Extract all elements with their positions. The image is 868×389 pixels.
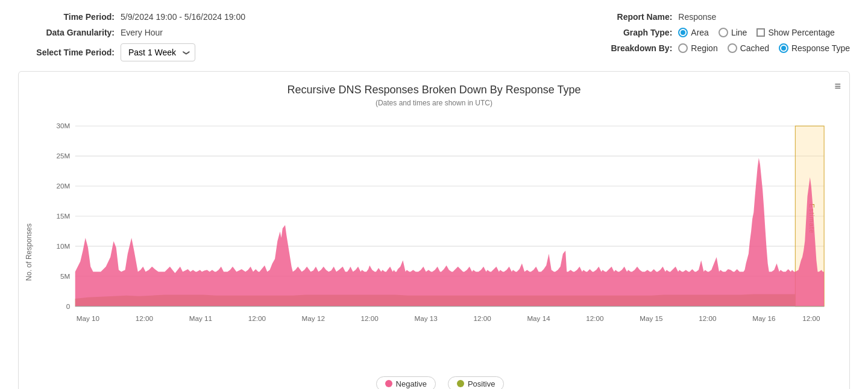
svg-text:May 14: May 14 bbox=[527, 314, 550, 322]
svg-text:12:00: 12:00 bbox=[361, 314, 379, 322]
svg-text:May 16: May 16 bbox=[752, 314, 775, 322]
chart-svg: 30M 25M 20M 15M 10M 5M 0 Estimate May 1 bbox=[37, 113, 843, 369]
svg-text:0: 0 bbox=[66, 302, 71, 310]
svg-text:12:00: 12:00 bbox=[248, 314, 266, 322]
svg-text:May 13: May 13 bbox=[414, 314, 437, 322]
chart-menu-icon[interactable]: ≡ bbox=[834, 80, 841, 93]
svg-text:May 15: May 15 bbox=[640, 314, 662, 322]
radio-response-type-circle bbox=[779, 43, 788, 53]
svg-text:May 11: May 11 bbox=[189, 314, 212, 322]
breakdown-cached-label: Cached bbox=[740, 43, 769, 53]
legend-positive: Positive bbox=[448, 376, 505, 389]
graph-type-options: Area Line Show Percentage bbox=[678, 28, 835, 37]
breakdown-region-label: Region bbox=[691, 43, 717, 53]
granularity-row: Data Granularity: Every Hour bbox=[18, 28, 245, 37]
svg-text:5M: 5M bbox=[60, 272, 70, 280]
svg-text:25M: 25M bbox=[57, 152, 71, 160]
legend-negative: Negative bbox=[376, 376, 436, 389]
legend-positive-label: Positive bbox=[468, 379, 495, 388]
radio-area-circle bbox=[678, 28, 688, 37]
radio-cached-circle bbox=[728, 43, 737, 53]
svg-text:20M: 20M bbox=[57, 182, 71, 190]
svg-text:May 12: May 12 bbox=[302, 314, 325, 322]
graph-type-area[interactable]: Area bbox=[678, 28, 709, 37]
granularity-label: Data Granularity: bbox=[18, 28, 115, 37]
select-time-dropdown[interactable]: Past 1 Week bbox=[121, 43, 195, 61]
svg-text:12:00: 12:00 bbox=[699, 314, 717, 322]
select-time-label: Select Time Period: bbox=[18, 48, 115, 57]
breakdown-region[interactable]: Region bbox=[678, 43, 717, 53]
chart-inner: 30M 25M 20M 15M 10M 5M 0 Estimate May 1 bbox=[37, 113, 843, 389]
legend-negative-dot bbox=[385, 380, 392, 387]
radio-line-circle bbox=[719, 28, 728, 37]
chart-title: Recursive DNS Responses Broken Down By R… bbox=[25, 84, 843, 96]
breakdown-cached[interactable]: Cached bbox=[728, 43, 769, 53]
time-period-label: Time Period: bbox=[18, 12, 115, 22]
chart-container: ≡ Recursive DNS Responses Broken Down By… bbox=[18, 71, 850, 389]
radio-region-circle bbox=[678, 43, 688, 53]
chart-legend: Negative Positive bbox=[37, 376, 843, 389]
graph-type-line[interactable]: Line bbox=[719, 28, 747, 37]
y-axis-label: No. of Responses bbox=[25, 223, 33, 281]
breakdown-options: Region Cached Response Type bbox=[678, 43, 850, 53]
report-name-row: Report Name: Response bbox=[576, 12, 716, 22]
graph-type-row: Graph Type: Area Line Show Percentage bbox=[576, 28, 835, 37]
graph-type-label: Graph Type: bbox=[576, 28, 672, 37]
svg-text:10M: 10M bbox=[57, 242, 71, 250]
show-percentage-label: Show Percentage bbox=[768, 28, 835, 37]
show-percentage-checkbox[interactable]: Show Percentage bbox=[756, 28, 835, 37]
report-name-label: Report Name: bbox=[576, 12, 672, 22]
granularity-value: Every Hour bbox=[121, 28, 163, 37]
svg-text:15M: 15M bbox=[57, 212, 71, 220]
graph-type-line-label: Line bbox=[731, 28, 747, 37]
chart-subtitle: (Dates and times are shown in UTC) bbox=[25, 99, 843, 107]
svg-text:May 10: May 10 bbox=[77, 314, 100, 322]
svg-text:12:00: 12:00 bbox=[473, 314, 491, 322]
svg-text:12:00: 12:00 bbox=[136, 314, 154, 322]
legend-positive-dot bbox=[457, 380, 464, 387]
legend-negative-label: Negative bbox=[396, 379, 427, 388]
chart-area: No. of Responses 30M 25M 20M 15M 1 bbox=[25, 113, 843, 389]
page-container: Time Period: 5/9/2024 19:00 - 5/16/2024 … bbox=[0, 0, 868, 389]
time-period-value: 5/9/2024 19:00 - 5/16/2024 19:00 bbox=[121, 12, 245, 22]
breakdown-response-type[interactable]: Response Type bbox=[779, 43, 850, 53]
time-period-row: Time Period: 5/9/2024 19:00 - 5/16/2024 … bbox=[18, 12, 245, 22]
select-time-wrapper[interactable]: Past 1 Week bbox=[121, 43, 195, 61]
svg-text:12:00: 12:00 bbox=[586, 314, 604, 322]
controls-left: Time Period: 5/9/2024 19:00 - 5/16/2024 … bbox=[18, 12, 245, 61]
controls-right: Report Name: Response Graph Type: Area L… bbox=[576, 12, 850, 61]
graph-type-area-label: Area bbox=[691, 28, 709, 37]
svg-text:12:00: 12:00 bbox=[802, 314, 820, 322]
select-time-row: Select Time Period: Past 1 Week bbox=[18, 43, 245, 61]
breakdown-response-type-label: Response Type bbox=[791, 43, 850, 53]
checkbox-box bbox=[756, 28, 765, 37]
breakdown-row: Breakdown By: Region Cached Response Typ… bbox=[576, 43, 850, 53]
controls-panel: Time Period: 5/9/2024 19:00 - 5/16/2024 … bbox=[18, 12, 850, 61]
report-name-value: Response bbox=[678, 12, 716, 22]
svg-text:30M: 30M bbox=[57, 122, 71, 129]
breakdown-label: Breakdown By: bbox=[576, 43, 672, 53]
